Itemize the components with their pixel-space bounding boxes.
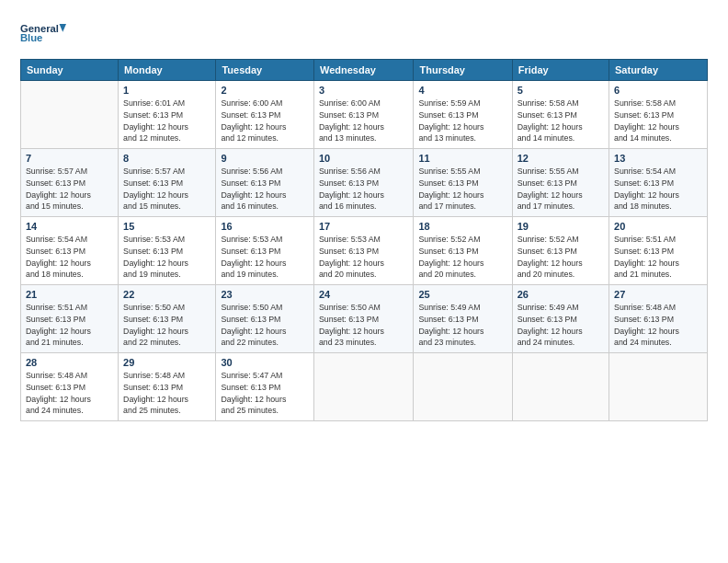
col-header-thursday: Thursday — [414, 60, 512, 81]
day-number: 16 — [221, 221, 309, 232]
calendar-cell: 29Sunrise: 5:48 AM Sunset: 6:13 PM Dayli… — [119, 353, 216, 421]
calendar-cell: 26Sunrise: 5:49 AM Sunset: 6:13 PM Dayli… — [512, 285, 609, 353]
day-detail: Sunrise: 5:55 AM Sunset: 6:13 PM Dayligh… — [418, 167, 483, 211]
svg-marker-2 — [60, 24, 67, 32]
calendar-cell: 14Sunrise: 5:54 AM Sunset: 6:13 PM Dayli… — [21, 217, 119, 285]
day-number: 12 — [518, 153, 604, 164]
day-detail: Sunrise: 5:56 AM Sunset: 6:13 PM Dayligh… — [221, 167, 286, 211]
day-detail: Sunrise: 5:54 AM Sunset: 6:13 PM Dayligh… — [614, 167, 679, 211]
col-header-tuesday: Tuesday — [216, 60, 314, 81]
header: General Blue — [20, 17, 708, 50]
logo-svg: General Blue — [20, 17, 66, 50]
calendar-cell: 21Sunrise: 5:51 AM Sunset: 6:13 PM Dayli… — [21, 285, 119, 353]
day-number: 25 — [418, 289, 506, 300]
day-detail: Sunrise: 5:53 AM Sunset: 6:13 PM Dayligh… — [319, 235, 384, 279]
calendar-table: SundayMondayTuesdayWednesdayThursdayFrid… — [20, 59, 708, 421]
day-number: 21 — [26, 289, 113, 300]
col-header-friday: Friday — [512, 60, 609, 81]
day-number: 22 — [123, 289, 210, 300]
day-number: 10 — [319, 153, 409, 164]
day-number: 19 — [518, 221, 604, 232]
calendar-cell: 25Sunrise: 5:49 AM Sunset: 6:13 PM Dayli… — [414, 285, 512, 353]
day-number: 1 — [123, 85, 210, 96]
day-number: 29 — [123, 357, 210, 368]
day-detail: Sunrise: 5:49 AM Sunset: 6:13 PM Dayligh… — [418, 303, 483, 347]
day-number: 7 — [26, 153, 113, 164]
day-number: 17 — [319, 221, 409, 232]
day-detail: Sunrise: 6:00 AM Sunset: 6:13 PM Dayligh… — [221, 98, 286, 143]
col-header-monday: Monday — [119, 60, 216, 81]
calendar-cell — [313, 353, 414, 421]
calendar-cell: 8Sunrise: 5:57 AM Sunset: 6:13 PM Daylig… — [119, 149, 216, 217]
day-detail: Sunrise: 5:58 AM Sunset: 6:13 PM Dayligh… — [614, 98, 679, 143]
calendar-cell: 6Sunrise: 5:58 AM Sunset: 6:13 PM Daylig… — [609, 81, 708, 149]
day-detail: Sunrise: 5:57 AM Sunset: 6:13 PM Dayligh… — [26, 167, 91, 211]
svg-text:Blue: Blue — [20, 32, 42, 43]
calendar-cell: 23Sunrise: 5:50 AM Sunset: 6:13 PM Dayli… — [216, 285, 314, 353]
day-number: 5 — [518, 85, 604, 96]
day-number: 27 — [614, 289, 702, 300]
calendar-cell: 2Sunrise: 6:00 AM Sunset: 6:13 PM Daylig… — [216, 81, 314, 149]
day-detail: Sunrise: 5:53 AM Sunset: 6:13 PM Dayligh… — [123, 235, 188, 279]
calendar-cell: 9Sunrise: 5:56 AM Sunset: 6:13 PM Daylig… — [216, 149, 314, 217]
day-number: 4 — [418, 85, 506, 96]
calendar-cell: 1Sunrise: 6:01 AM Sunset: 6:13 PM Daylig… — [119, 81, 216, 149]
week-row-4: 21Sunrise: 5:51 AM Sunset: 6:13 PM Dayli… — [21, 285, 708, 353]
day-detail: Sunrise: 5:59 AM Sunset: 6:13 PM Dayligh… — [418, 98, 483, 143]
day-number: 3 — [319, 85, 409, 96]
day-number: 9 — [221, 153, 309, 164]
day-detail: Sunrise: 5:48 AM Sunset: 6:13 PM Dayligh… — [26, 371, 91, 415]
col-header-sunday: Sunday — [21, 60, 119, 81]
day-number: 23 — [221, 289, 309, 300]
calendar-cell: 20Sunrise: 5:51 AM Sunset: 6:13 PM Dayli… — [609, 217, 708, 285]
day-number: 30 — [221, 357, 309, 368]
column-headers: SundayMondayTuesdayWednesdayThursdayFrid… — [21, 60, 708, 81]
day-number: 18 — [418, 221, 506, 232]
day-number: 24 — [319, 289, 409, 300]
calendar-cell: 4Sunrise: 5:59 AM Sunset: 6:13 PM Daylig… — [414, 81, 512, 149]
calendar-cell: 10Sunrise: 5:56 AM Sunset: 6:13 PM Dayli… — [313, 149, 414, 217]
calendar-cell: 18Sunrise: 5:52 AM Sunset: 6:13 PM Dayli… — [414, 217, 512, 285]
day-detail: Sunrise: 5:58 AM Sunset: 6:13 PM Dayligh… — [518, 98, 583, 143]
day-number: 11 — [418, 153, 506, 164]
day-number: 6 — [614, 85, 702, 96]
page: General Blue SundayMondayTuesdayWednesda… — [0, 0, 728, 432]
week-row-2: 7Sunrise: 5:57 AM Sunset: 6:13 PM Daylig… — [21, 149, 708, 217]
calendar-cell: 15Sunrise: 5:53 AM Sunset: 6:13 PM Dayli… — [119, 217, 216, 285]
day-detail: Sunrise: 5:54 AM Sunset: 6:13 PM Dayligh… — [26, 235, 91, 279]
week-row-1: 1Sunrise: 6:01 AM Sunset: 6:13 PM Daylig… — [21, 81, 708, 149]
day-detail: Sunrise: 5:47 AM Sunset: 6:13 PM Dayligh… — [221, 371, 286, 415]
calendar-cell: 11Sunrise: 5:55 AM Sunset: 6:13 PM Dayli… — [414, 149, 512, 217]
week-row-3: 14Sunrise: 5:54 AM Sunset: 6:13 PM Dayli… — [21, 217, 708, 285]
day-detail: Sunrise: 5:53 AM Sunset: 6:13 PM Dayligh… — [221, 235, 286, 279]
calendar-cell: 28Sunrise: 5:48 AM Sunset: 6:13 PM Dayli… — [21, 353, 119, 421]
day-detail: Sunrise: 5:50 AM Sunset: 6:13 PM Dayligh… — [123, 303, 188, 347]
day-number: 8 — [123, 153, 210, 164]
calendar-cell: 16Sunrise: 5:53 AM Sunset: 6:13 PM Dayli… — [216, 217, 314, 285]
calendar-body: 1Sunrise: 6:01 AM Sunset: 6:13 PM Daylig… — [21, 81, 708, 421]
day-detail: Sunrise: 5:48 AM Sunset: 6:13 PM Dayligh… — [123, 371, 188, 415]
calendar-cell: 12Sunrise: 5:55 AM Sunset: 6:13 PM Dayli… — [512, 149, 609, 217]
calendar-cell — [512, 353, 609, 421]
day-detail: Sunrise: 5:51 AM Sunset: 6:13 PM Dayligh… — [26, 303, 91, 347]
day-detail: Sunrise: 5:52 AM Sunset: 6:13 PM Dayligh… — [518, 235, 583, 279]
calendar-cell: 19Sunrise: 5:52 AM Sunset: 6:13 PM Dayli… — [512, 217, 609, 285]
calendar-cell: 17Sunrise: 5:53 AM Sunset: 6:13 PM Dayli… — [313, 217, 414, 285]
day-detail: Sunrise: 5:50 AM Sunset: 6:13 PM Dayligh… — [319, 303, 384, 347]
calendar-cell — [414, 353, 512, 421]
calendar-cell: 13Sunrise: 5:54 AM Sunset: 6:13 PM Dayli… — [609, 149, 708, 217]
day-detail: Sunrise: 5:56 AM Sunset: 6:13 PM Dayligh… — [319, 167, 384, 211]
col-header-saturday: Saturday — [609, 60, 708, 81]
day-number: 14 — [26, 221, 113, 232]
calendar-cell: 5Sunrise: 5:58 AM Sunset: 6:13 PM Daylig… — [512, 81, 609, 149]
day-detail: Sunrise: 6:01 AM Sunset: 6:13 PM Dayligh… — [123, 98, 188, 143]
day-detail: Sunrise: 5:50 AM Sunset: 6:13 PM Dayligh… — [221, 303, 286, 347]
day-detail: Sunrise: 5:48 AM Sunset: 6:13 PM Dayligh… — [614, 303, 679, 347]
day-detail: Sunrise: 5:55 AM Sunset: 6:13 PM Dayligh… — [518, 167, 583, 211]
day-detail: Sunrise: 5:52 AM Sunset: 6:13 PM Dayligh… — [418, 235, 483, 279]
day-number: 15 — [123, 221, 210, 232]
day-number: 28 — [26, 357, 113, 368]
calendar-cell: 3Sunrise: 6:00 AM Sunset: 6:13 PM Daylig… — [313, 81, 414, 149]
calendar-cell: 24Sunrise: 5:50 AM Sunset: 6:13 PM Dayli… — [313, 285, 414, 353]
day-number: 2 — [221, 85, 309, 96]
